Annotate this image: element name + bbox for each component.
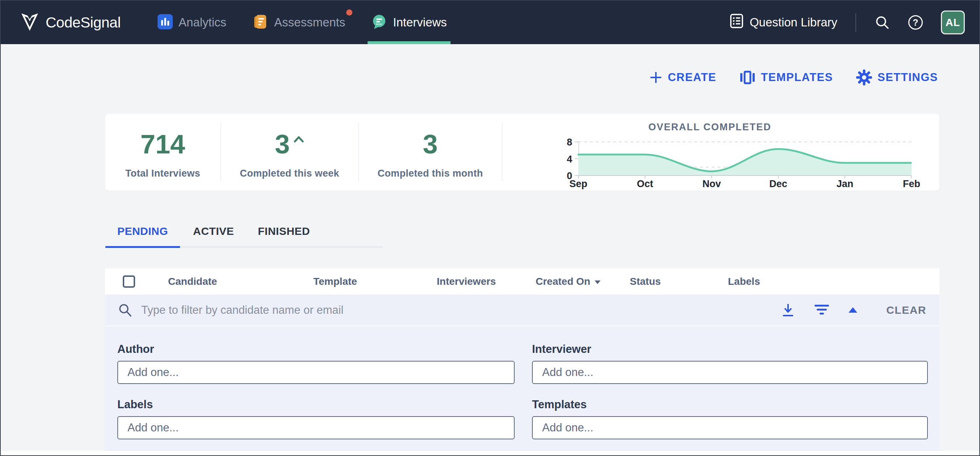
notification-dot — [346, 10, 352, 16]
chat-bubble-icon — [371, 14, 387, 31]
x-tick: Oct — [629, 178, 661, 190]
nav-item-label: Analytics — [178, 16, 226, 29]
nav-item-interviews[interactable]: Interviews — [368, 1, 450, 44]
search-button[interactable] — [874, 14, 890, 30]
question-library-icon — [729, 13, 744, 32]
plus-icon — [649, 71, 662, 84]
stat-value: 714 — [140, 130, 185, 159]
col-created-on[interactable]: Created On — [536, 269, 600, 295]
download-icon[interactable] — [781, 303, 795, 318]
filter-actions: CLEAR — [781, 303, 926, 318]
tab-pending[interactable]: PENDING — [105, 224, 180, 239]
table-header-row: Candidate Template Interviewers Created … — [105, 269, 939, 295]
tab-active[interactable]: ACTIVE — [193, 224, 233, 239]
interviews-table: Candidate Template Interviewers Created … — [105, 269, 939, 455]
create-button[interactable]: CREATE — [649, 71, 716, 84]
question-library-button[interactable]: Question Library — [729, 13, 837, 32]
nav-divider — [856, 13, 856, 32]
help-glyph: ? — [913, 17, 918, 28]
stat-divider — [358, 124, 359, 181]
interviewer-filter-field: Interviewer — [532, 343, 928, 384]
x-tick: Nov — [695, 178, 728, 190]
top-navigation: CodeSignal Analytics — [1, 1, 979, 44]
app-window: CodeSignal Analytics — [0, 0, 980, 456]
y-tick: 8 — [556, 137, 572, 148]
select-all-checkbox[interactable] — [123, 275, 135, 288]
labels-input[interactable] — [117, 416, 515, 439]
stat-divider — [221, 124, 221, 181]
templates-input[interactable] — [532, 416, 928, 439]
x-tick: Dec — [762, 178, 795, 190]
col-candidate[interactable]: Candidate — [168, 269, 217, 295]
stat-value: 3 — [423, 130, 438, 159]
candidate-filter-input[interactable] — [141, 303, 781, 317]
interviews-toolbar: CREATE TEMPLATES — [649, 70, 938, 86]
collapse-filters-caret-icon[interactable] — [848, 307, 857, 313]
x-tick: Sep — [562, 178, 595, 190]
x-tick: Jan — [829, 178, 861, 190]
help-icon[interactable]: ? — [908, 15, 923, 30]
templates-icon — [740, 70, 756, 85]
nav-item-label: Assessments — [274, 16, 345, 29]
advanced-filters-panel: Author Interviewer Labels Templates — [105, 325, 939, 452]
labels-label: Labels — [117, 398, 515, 411]
author-input[interactable] — [117, 361, 515, 384]
templates-label: Templates — [532, 398, 928, 411]
x-tick: Feb — [895, 178, 928, 190]
filter-icon[interactable] — [814, 304, 830, 316]
tab-track — [105, 246, 383, 248]
avatar-initials: AL — [946, 17, 961, 29]
settings-button[interactable]: SETTINGS — [856, 70, 938, 86]
chart-title: OVERALL COMPLETED — [502, 122, 918, 133]
col-status[interactable]: Status — [630, 269, 661, 295]
stat-label: Completed this month — [378, 168, 483, 179]
question-library-label: Question Library — [750, 16, 837, 29]
templates-filter-field: Templates — [532, 398, 928, 439]
search-icon — [874, 14, 890, 30]
assessment-note-icon — [253, 14, 268, 31]
nav-item-label: Interviews — [393, 16, 447, 29]
col-template[interactable]: Template — [313, 269, 357, 295]
nav-items: Analytics Assessments — [154, 1, 469, 44]
author-filter-field: Author — [117, 343, 515, 384]
user-avatar[interactable]: AL — [941, 11, 965, 34]
labels-filter-field: Labels — [117, 398, 515, 439]
search-icon — [118, 303, 132, 318]
stat-label: Total Interviews — [125, 168, 200, 179]
sort-caret-down-icon — [595, 280, 600, 284]
interviewer-input[interactable] — [532, 361, 928, 384]
candidate-filter-row: CLEAR — [105, 295, 939, 325]
nav-right-group: Question Library ? AL — [729, 11, 965, 34]
tab-finished[interactable]: FINISHED — [258, 224, 310, 239]
bottom-strip — [1, 451, 979, 455]
stat-total-interviews: 714 Total Interviews — [105, 114, 221, 191]
active-tab-underline — [368, 41, 450, 44]
interviewer-label: Interviewer — [532, 343, 928, 356]
codesignal-brand[interactable]: CodeSignal — [19, 11, 121, 33]
brand-name: CodeSignal — [46, 14, 121, 31]
stat-value: 3 — [275, 130, 290, 159]
nav-item-analytics[interactable]: Analytics — [154, 1, 230, 44]
col-interviewers[interactable]: Interviewers — [437, 269, 496, 295]
y-tick: 4 — [556, 154, 572, 165]
area-chart-svg — [574, 138, 912, 180]
active-tab-indicator — [105, 246, 180, 248]
gear-icon — [856, 70, 872, 86]
stats-card: 714 Total Interviews 3 Completed this we… — [105, 114, 939, 191]
stat-completed-month: 3 Completed this month — [358, 114, 502, 191]
author-label: Author — [117, 343, 515, 356]
codesignal-logo-icon — [19, 11, 40, 33]
bar-chart-icon — [158, 14, 173, 31]
clear-filters-button[interactable]: CLEAR — [886, 304, 926, 316]
trend-up-icon — [293, 135, 304, 143]
nav-item-assessments[interactable]: Assessments — [249, 1, 349, 44]
stat-label: Completed this week — [240, 168, 339, 179]
templates-button[interactable]: TEMPLATES — [740, 70, 833, 85]
col-labels[interactable]: Labels — [728, 269, 760, 295]
overall-completed-chart: OVERALL COMPLETED 8 4 0 S — [502, 114, 939, 191]
stat-completed-week: 3 Completed this week — [221, 114, 358, 191]
